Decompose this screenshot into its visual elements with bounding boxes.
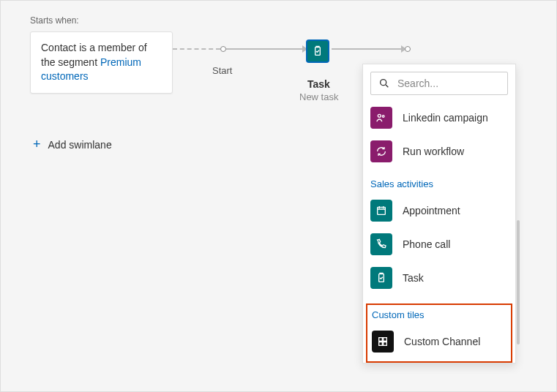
connector-dashed [173, 48, 220, 50]
group-custom-tiles: Custom tiles [372, 309, 506, 320]
svg-rect-8 [379, 342, 383, 346]
plus-icon: + [33, 137, 41, 152]
clipboard-icon [312, 45, 324, 57]
phone-icon [370, 233, 392, 255]
svg-point-3 [382, 116, 384, 118]
start-label: Start [212, 65, 232, 76]
svg-point-1 [381, 80, 386, 86]
svg-rect-4 [378, 207, 386, 214]
blocks-icon [372, 331, 394, 353]
tile-label: Appointment [403, 205, 460, 216]
connector-1 [226, 48, 306, 50]
svg-rect-6 [379, 338, 383, 342]
tile-custom-channel[interactable]: Custom Channel [372, 326, 506, 360]
panel-body: Linkedin campaign Run workflow Sales act… [363, 102, 515, 363]
tile-label: Phone call [403, 238, 450, 250]
tile-appointment[interactable]: Appointment [370, 195, 508, 229]
search-placeholder: Search... [397, 78, 438, 89]
start-node[interactable] [220, 46, 226, 52]
tile-phone-call[interactable]: Phone call [370, 229, 508, 263]
highlight-custom-tiles: Custom tiles Custom Channel [366, 304, 512, 363]
task-tile[interactable] [306, 39, 329, 63]
clipboard-icon [370, 267, 392, 289]
add-node[interactable] [405, 46, 411, 52]
svg-rect-7 [384, 338, 387, 342]
cycle-icon [370, 140, 392, 162]
task-label: Task [307, 78, 330, 90]
task-sublabel: New task [299, 91, 338, 102]
add-swimlane-button[interactable]: + Add swimlane [33, 137, 112, 152]
add-swimlane-label: Add swimlane [48, 139, 112, 151]
panel-scrollbar[interactable] [517, 220, 520, 344]
tile-label: Run workflow [403, 146, 464, 157]
starts-when-label: Starts when: [30, 15, 79, 26]
group-sales-activities: Sales activities [370, 178, 508, 189]
search-input[interactable]: Search... [370, 72, 508, 95]
tile-picker-panel: Search... Linkedin campaign Run workflow… [362, 64, 516, 363]
search-icon [378, 78, 390, 89]
connector-2 [332, 48, 405, 50]
calendar-icon [370, 200, 392, 222]
svg-rect-9 [384, 342, 387, 346]
tile-run-workflow[interactable]: Run workflow [370, 136, 508, 170]
people-icon [370, 107, 392, 129]
tile-label: Task [403, 272, 424, 284]
tile-linkedin-campaign[interactable]: Linkedin campaign [370, 102, 508, 136]
svg-point-2 [378, 114, 381, 117]
tile-label: Linkedin campaign [403, 112, 488, 124]
tile-task[interactable]: Task [370, 263, 508, 296]
tile-label: Custom Channel [404, 336, 480, 347]
trigger-card[interactable]: Contact is a member of the segment Premi… [30, 31, 173, 94]
